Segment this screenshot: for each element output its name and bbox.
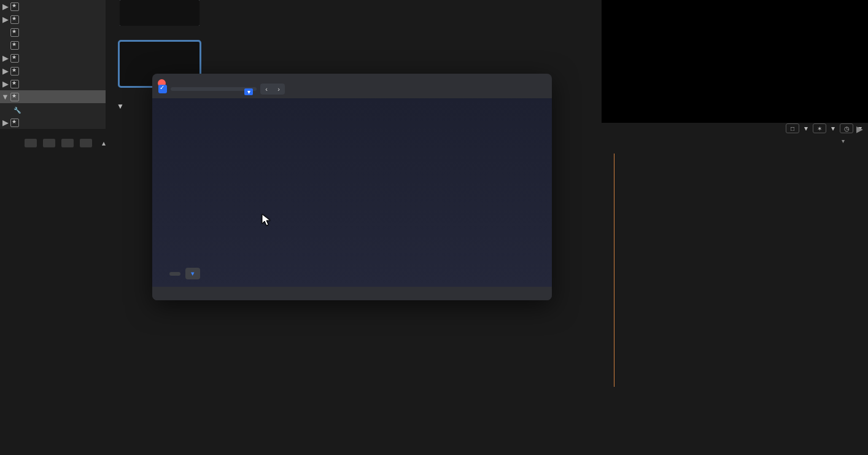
project-sidebar: ▶ ▶ ▶ ▶ ▶ ▼ ▶ <box>0 0 106 129</box>
retime-tool-icon[interactable]: ◷ <box>840 123 853 133</box>
timeline-lane[interactable] <box>21 287 868 387</box>
disclosure-triangle-icon[interactable]: ▶ <box>2 55 8 61</box>
sidebar-item[interactable]: ▶ <box>0 13 106 26</box>
disclosure-triangle-icon[interactable] <box>2 42 8 48</box>
disclosure-triangle-icon[interactable]: ▶ <box>2 17 8 22</box>
arrow-tool-icon[interactable]: ▴ <box>102 139 106 147</box>
eq-preset-select[interactable] <box>171 87 257 91</box>
favorite-badge-icon <box>10 28 19 37</box>
browser-date-header[interactable]: ▼ <box>117 102 128 111</box>
tool-icon[interactable] <box>80 139 92 147</box>
sidebar-item[interactable] <box>0 26 106 39</box>
keyword-icon <box>14 106 21 114</box>
disclosure-triangle-icon[interactable]: ▶ <box>2 120 8 125</box>
disclosure-triangle-icon[interactable]: ▶ <box>2 81 8 87</box>
eq-readout <box>530 270 535 278</box>
favorite-badge-icon <box>10 119 19 127</box>
timeline-toolbar: ▴ <box>0 136 112 150</box>
flatten-eq-button[interactable] <box>169 272 180 276</box>
sidebar-item[interactable]: ▶ <box>0 116 106 129</box>
disclosure-triangle-icon[interactable]: ▼ <box>117 102 124 111</box>
playhead[interactable] <box>614 154 614 387</box>
disclosure-triangle-icon[interactable]: ▶ <box>2 68 8 74</box>
sidebar-item[interactable]: ▶ <box>0 77 106 90</box>
favorite-badge-icon <box>10 67 19 76</box>
sidebar-item[interactable]: ▶ <box>0 64 106 77</box>
clip-thumbnail[interactable] <box>120 0 200 28</box>
tool-icon[interactable] <box>61 139 74 147</box>
disclosure-triangle-icon[interactable]: ▶ <box>2 4 8 9</box>
preset-nav: ‹ › <box>260 84 285 95</box>
eq-graph[interactable] <box>163 104 541 264</box>
sidebar-subitem[interactable] <box>0 103 106 116</box>
favorite-badge-icon <box>10 80 19 88</box>
sidebar-item[interactable]: ▼ <box>0 90 106 103</box>
prev-preset-button[interactable]: ‹ <box>260 84 273 95</box>
sidebar-item[interactable] <box>0 39 106 52</box>
eq-popover: ‹ › <box>152 74 552 300</box>
sidebar-item[interactable]: ▶ <box>0 52 106 64</box>
bands-select[interactable] <box>185 268 200 279</box>
favorite-badge-icon <box>10 54 19 63</box>
window-title <box>152 74 552 82</box>
chevron-down-icon[interactable]: ▾ <box>804 124 808 133</box>
tool-icon[interactable] <box>43 139 55 147</box>
next-preset-button[interactable]: › <box>273 84 285 95</box>
transform-tool-icon[interactable]: □ <box>786 123 799 133</box>
play-button-icon[interactable]: ▶ <box>856 124 863 134</box>
enhance-tool-icon[interactable]: ✶ <box>813 123 826 133</box>
disclosure-triangle-icon[interactable] <box>2 29 8 35</box>
favorite-badge-icon <box>10 93 19 101</box>
index-button[interactable] <box>6 142 18 144</box>
timeline-title-bar: ▾ <box>824 138 862 144</box>
viewer[interactable] <box>602 0 868 123</box>
favorite-badge-icon <box>10 41 19 50</box>
sidebar-item[interactable]: ▶ <box>0 0 106 13</box>
tool-icon[interactable] <box>25 139 37 147</box>
chevron-down-icon[interactable]: ▾ <box>842 138 845 144</box>
chevron-down-icon[interactable]: ▾ <box>831 124 835 133</box>
favorite-badge-icon <box>10 2 19 11</box>
disclosure-triangle-icon[interactable]: ▼ <box>2 94 8 99</box>
eq-enable-checkbox[interactable] <box>158 85 167 93</box>
favorite-badge-icon <box>10 15 19 24</box>
